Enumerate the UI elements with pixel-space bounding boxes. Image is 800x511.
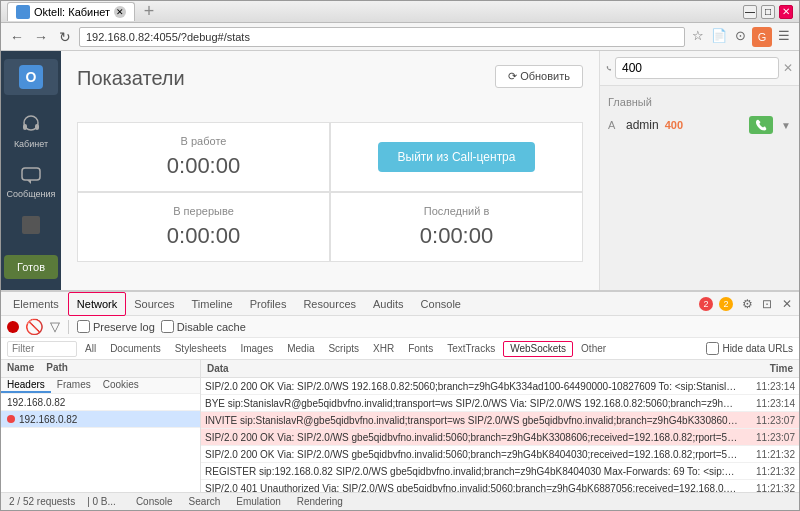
left-row-ip-2: 192.168.0.82 xyxy=(19,414,77,425)
devtools-close-icon[interactable]: ✕ xyxy=(779,296,795,312)
time-cell-1: 11:23:14 xyxy=(740,381,795,392)
data-cell-7: SIP/2.0 401 Unauthorized Via: SIP/2.0/WS… xyxy=(205,483,740,493)
devtools-tab-resources[interactable]: Resources xyxy=(295,292,365,316)
table-row-4[interactable]: SIP/2.0 200 OK Via: SIP/2.0/WS gbe5qidbv… xyxy=(201,429,799,446)
reload-button[interactable]: ↻ xyxy=(55,27,75,47)
devtools-tab-audits[interactable]: Audits xyxy=(365,292,413,316)
left-row-2[interactable]: 192.168.0.82 xyxy=(1,411,200,428)
sidebar-item-ready[interactable]: Готов xyxy=(4,255,58,279)
filter-tab-websockets[interactable]: WebSockets xyxy=(503,341,573,357)
status-tab-console[interactable]: Console xyxy=(128,494,181,509)
menu-icon[interactable]: ☰ xyxy=(775,27,793,45)
forward-button[interactable]: → xyxy=(31,27,51,47)
hide-data-input[interactable] xyxy=(706,342,719,355)
filter-icon[interactable]: ▽ xyxy=(50,319,60,334)
contact-ext: 400 xyxy=(665,119,683,131)
table-row-5[interactable]: SIP/2.0 200 OK Via: SIP/2.0/WS gbe5qidbv… xyxy=(201,446,799,463)
phone-clear-button[interactable]: ✕ xyxy=(783,61,793,75)
contact-more-button[interactable]: ▼ xyxy=(781,120,791,131)
filter-input[interactable] xyxy=(7,341,77,357)
sidebar-item-cabinet[interactable]: Кабинет xyxy=(4,107,58,155)
col-header-path[interactable]: Path xyxy=(40,360,74,377)
row-indicator-2 xyxy=(7,415,15,423)
disable-cache-input[interactable] xyxy=(161,320,174,333)
refresh-button[interactable]: ⟳ Обновить xyxy=(495,65,583,88)
hide-data-checkbox[interactable]: Hide data URLs xyxy=(706,342,793,355)
status-bar: 2 / 52 requests | 0 B... Console Search … xyxy=(1,492,799,510)
filter-tab-media[interactable]: Media xyxy=(281,341,320,357)
time-cell-5: 11:21:32 xyxy=(740,449,795,460)
time-cell-4: 11:23:07 xyxy=(740,432,795,443)
devtools-tab-network[interactable]: Network xyxy=(68,292,126,316)
table-row-6[interactable]: REGISTER sip:192.168.0.82 SIP/2.0/WS gbe… xyxy=(201,463,799,480)
clear-network-button[interactable]: 🚫 xyxy=(25,318,44,336)
call-center-button[interactable]: Выйти из Call-центра xyxy=(378,142,536,172)
filter-tab-scripts[interactable]: Scripts xyxy=(322,341,365,357)
status-tab-rendering[interactable]: Rendering xyxy=(289,494,351,509)
filter-tab-other[interactable]: Other xyxy=(575,341,612,357)
record-button[interactable] xyxy=(7,321,19,333)
table-row-3[interactable]: INVITE sip:StanislavR@gbe5qidbvfno.inval… xyxy=(201,412,799,429)
page-icon[interactable]: 📄 xyxy=(710,27,728,45)
back-button[interactable]: ← xyxy=(7,27,27,47)
phone-input[interactable] xyxy=(615,57,779,79)
time-cell-6: 11:21:32 xyxy=(740,466,795,477)
tab-close-button[interactable]: ✕ xyxy=(114,6,126,18)
sidebar-item-messages[interactable]: Сообщения xyxy=(4,157,58,205)
status-tab-emulation[interactable]: Emulation xyxy=(228,494,288,509)
dock-icon[interactable]: ⊡ xyxy=(759,296,775,312)
filter-tab-fonts[interactable]: Fonts xyxy=(402,341,439,357)
devtools-tab-console[interactable]: Console xyxy=(413,292,470,316)
share-icon[interactable]: ⊙ xyxy=(731,27,749,45)
chrome-icon[interactable]: G xyxy=(752,27,772,47)
devtools-tab-profiles[interactable]: Profiles xyxy=(242,292,296,316)
sidebar-item-square[interactable] xyxy=(4,207,58,243)
preserve-log-label: Preserve log xyxy=(93,321,155,333)
time-col-header[interactable]: Time xyxy=(744,361,799,376)
sidebar-item-exit[interactable]: Выйти xyxy=(4,281,58,290)
filter-bar: All Documents Stylesheets Images Media S… xyxy=(1,338,799,360)
stat-last-box: Последний в 0:00:00 xyxy=(330,192,583,262)
browser-tab[interactable]: Oktell: Кабинет ✕ xyxy=(7,2,135,21)
address-bar[interactable]: 192.168.0.82:4055/?debug#/stats xyxy=(79,27,685,47)
time-cell-2: 11:23:14 xyxy=(740,398,795,409)
devtools-tab-sources[interactable]: Sources xyxy=(126,292,183,316)
contact-call-button[interactable] xyxy=(749,116,773,134)
settings-icon[interactable]: ⚙ xyxy=(739,296,755,312)
filter-tab-all[interactable]: All xyxy=(79,341,102,357)
data-col-header[interactable]: Data xyxy=(201,361,744,376)
data-cell-1: SIP/2.0 200 OK Via: SIP/2.0/WS 192.168.0… xyxy=(205,381,740,392)
maximize-button[interactable]: □ xyxy=(761,5,775,19)
devtools-tab-elements[interactable]: Elements xyxy=(5,292,68,316)
filter-tab-texttracks[interactable]: TextTracks xyxy=(441,341,501,357)
contact-name: admin xyxy=(626,118,659,132)
sub-header-cookies[interactable]: Cookies xyxy=(97,378,145,393)
table-row-2[interactable]: BYE sip:StanislavR@gbe5qidbvfno.invalid;… xyxy=(201,395,799,412)
left-row-1[interactable]: 192.168.0.82 xyxy=(1,394,200,411)
warn-badge: 2 xyxy=(719,297,733,311)
table-row-1[interactable]: SIP/2.0 200 OK Via: SIP/2.0/WS 192.168.0… xyxy=(201,378,799,395)
browser-window: Oktell: Кабинет ✕ + — □ ✕ ← → ↻ 192.168.… xyxy=(0,0,800,511)
close-button[interactable]: ✕ xyxy=(779,5,793,19)
time-cell-3: 11:23:07 xyxy=(740,415,795,426)
sub-header-headers[interactable]: Headers xyxy=(1,378,51,393)
stat-working-box: В работе 0:00:00 xyxy=(77,122,330,192)
new-tab-button[interactable]: + xyxy=(139,3,159,21)
sub-header-frames[interactable]: Frames xyxy=(51,378,97,393)
disable-cache-checkbox[interactable]: Disable cache xyxy=(161,320,246,333)
minimize-button[interactable]: — xyxy=(743,5,757,19)
col-header-name[interactable]: Name xyxy=(1,360,40,377)
preserve-log-input[interactable] xyxy=(77,320,90,333)
page-content: Показатели ⟳ Обновить В работе 0:00:00 В… xyxy=(61,51,599,290)
filter-tab-xhr[interactable]: XHR xyxy=(367,341,400,357)
filter-tab-images[interactable]: Images xyxy=(234,341,279,357)
table-row-7[interactable]: SIP/2.0 401 Unauthorized Via: SIP/2.0/WS… xyxy=(201,480,799,492)
preserve-log-checkbox[interactable]: Preserve log xyxy=(77,320,155,333)
devtools-tab-timeline[interactable]: Timeline xyxy=(184,292,242,316)
right-rows: SIP/2.0 200 OK Via: SIP/2.0/WS 192.168.0… xyxy=(201,378,799,492)
filter-tab-stylesheets[interactable]: Stylesheets xyxy=(169,341,233,357)
filter-tab-documents[interactable]: Documents xyxy=(104,341,167,357)
sidebar-item-logo[interactable]: O xyxy=(4,59,58,95)
bookmark-star-icon[interactable]: ☆ xyxy=(689,27,707,45)
status-tab-search[interactable]: Search xyxy=(181,494,229,509)
